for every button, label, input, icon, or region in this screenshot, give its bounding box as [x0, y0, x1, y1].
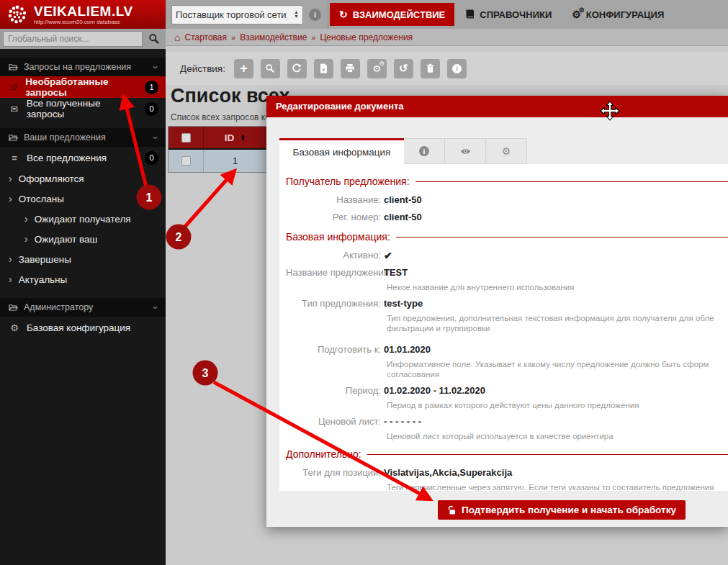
logo-icon — [6, 3, 29, 26]
excel-export-button[interactable]: x — [314, 59, 333, 78]
section-title: Базовая информация: — [286, 231, 390, 243]
chevron-down-icon: › — [150, 306, 161, 309]
search-button[interactable] — [261, 59, 280, 78]
tab-settings[interactable]: ⚙ — [486, 138, 527, 164]
count-badge: 0 — [145, 102, 158, 116]
sidebar-item-sent[interactable]: › Отосланы — [0, 189, 166, 209]
move-cursor-icon — [599, 100, 621, 122]
row-checkbox[interactable] — [181, 156, 191, 166]
field-help: Ценовой лист который используется в каче… — [387, 431, 728, 441]
chevron-right-icon: › — [24, 213, 28, 225]
section-title: Получатель предложения: — [286, 176, 410, 187]
sidebar-item-all-received-requests[interactable]: ✉ Все полученные запросы 0 — [0, 98, 166, 119]
annotation-step-3: 3 — [193, 361, 218, 386]
modal-title: Редактирование документа — [276, 101, 404, 112]
sidebar: VEIKALIEM.LV http://www.ecom20.com datab… — [0, 0, 166, 565]
list-icon: ≡ — [9, 153, 20, 163]
page-subtitle: Список всех запросов ко — [171, 112, 270, 122]
tab-info[interactable]: i — [404, 138, 445, 164]
tab-label: Базовая информация — [293, 147, 391, 158]
sidebar-item-all-offers[interactable]: ≡ Все предложения 0 — [0, 147, 166, 168]
nav-label: СПРАВОЧНИКИ — [480, 9, 552, 20]
field-reg-number: Рег. номер: client-50 — [286, 211, 728, 224]
item-label: Актуальны — [19, 274, 68, 285]
field-position-tags: Теги для позиций: Vislatvijas,Akcia,Supe… — [286, 466, 728, 479]
item-label: Завершены — [19, 254, 71, 265]
unlock-icon — [447, 505, 457, 515]
chevron-right-icon: › — [9, 193, 12, 204]
trash-icon — [426, 63, 435, 73]
sidebar-item-awaiting-recipient[interactable]: › Ожидают получателя — [0, 209, 166, 229]
field-name: Название: client-50 — [286, 194, 728, 207]
search-icon — [265, 63, 275, 73]
field-help: Теги перечисленные через запятую. Если т… — [387, 482, 728, 491]
nav-directories[interactable]: СПРАВОЧНИКИ — [456, 3, 561, 26]
gear-icon: ⚙ — [9, 322, 20, 333]
sidebar-item-drafting[interactable]: › Оформляются — [0, 168, 166, 189]
delete-button[interactable] — [421, 59, 440, 78]
confirm-processing-button[interactable]: Подтвердить получение и начать обработку — [438, 500, 686, 520]
chevron-right-icon: › — [9, 253, 12, 265]
info-button[interactable]: i — [447, 59, 467, 78]
breadcrumb-separator: » — [231, 33, 235, 42]
info-icon[interactable]: i — [309, 9, 321, 21]
modal-tabs: Базовая информация i ⚙ — [279, 138, 527, 164]
gear-icon: ⚙ — [502, 145, 511, 157]
nav-configuration[interactable]: ⚙⚙ КОНФИГУРАЦИЯ — [562, 3, 673, 26]
global-search-input[interactable] — [3, 31, 143, 47]
field-offer-type: Тип предложения: test-type — [286, 297, 728, 310]
row-id-cell: 1 — [204, 150, 267, 172]
count-badge: 1 — [145, 81, 158, 94]
sidebar-group-administrator[interactable]: Администратору › — [0, 298, 166, 317]
sidebar-item-completed[interactable]: › Завершены — [0, 249, 166, 269]
section-title: Дополнительно: — [286, 448, 361, 460]
annotation-step-2: 2 — [166, 225, 192, 250]
envelope-icon: ✉ — [9, 104, 20, 114]
field-offer-name: Название предложения: TEST — [286, 266, 728, 279]
breadcrumb-interaction[interactable]: Взаимодействие — [240, 32, 307, 42]
divider — [328, 0, 328, 29]
tab-basic-information[interactable]: Базовая информация — [279, 138, 404, 164]
chevron-right-icon: › — [24, 233, 28, 245]
annotation-arrow-2 — [184, 171, 235, 228]
gears-icon: ⚙⚙ — [572, 9, 581, 20]
settings-button[interactable]: ⚙⚙ — [367, 59, 387, 78]
refresh-button[interactable] — [287, 59, 307, 78]
sidebar-group-your-offers[interactable]: Ваши предложения › — [0, 128, 166, 147]
brand-subtitle: http://www.ecom20.com database — [34, 19, 133, 25]
logo[interactable]: VEIKALIEM.LV http://www.ecom20.com datab… — [0, 0, 166, 29]
sidebar-item-actual[interactable]: › Актуальны — [0, 269, 166, 289]
excel-file-icon: x — [319, 63, 328, 73]
field-prepare-by: Подготовить к: 01.01.2020 — [286, 343, 728, 356]
home-icon[interactable]: ⌂ — [174, 32, 180, 43]
sidebar-group-requests[interactable]: Запросы на предложения › — [0, 58, 166, 76]
sidebar-item-unprocessed-requests[interactable]: ↺ Необработанные запросы 1 — [0, 76, 166, 98]
info-icon: i — [419, 146, 429, 156]
check-icon: ✔ — [384, 249, 392, 262]
breadcrumb-separator: » — [311, 33, 315, 42]
breadcrumb-home[interactable]: Стартовая — [184, 32, 227, 42]
modal-header[interactable]: Редактирование документа — [266, 96, 728, 117]
nav-label: ВЗАИМОДЕЙСТВИЕ — [353, 9, 446, 20]
sidebar-item-base-configuration[interactable]: ⚙ Базовая конфигурация — [0, 317, 166, 338]
chevron-right-icon: › — [9, 173, 12, 184]
nav-interaction[interactable]: ↻ ВЗАИМОДЕЙСТВИЕ — [330, 3, 454, 26]
sidebar-item-awaiting-yours[interactable]: › Ожидают ваш — [0, 229, 166, 249]
sort-icon: ▲▼ — [240, 134, 246, 141]
print-button[interactable] — [341, 59, 360, 78]
add-button[interactable]: + — [234, 59, 253, 78]
id-column-header[interactable]: ID ▲▼ — [204, 127, 267, 150]
search-icon[interactable] — [145, 30, 163, 48]
history-button[interactable]: ↺ — [394, 59, 413, 78]
sidebar-menu: Запросы на предложения › ↺ Необработанны… — [0, 58, 166, 338]
supplier-select[interactable]: Поставщик торговой сети ▲▼ — [171, 5, 303, 24]
group-label: Ваши предложения — [24, 132, 106, 143]
select-updown-icon: ▲▼ — [294, 10, 299, 19]
select-all-checkbox[interactable] — [181, 133, 191, 143]
id-header-label: ID — [225, 132, 235, 143]
tab-visibility[interactable] — [445, 138, 486, 164]
history-icon: ↺ — [399, 62, 408, 75]
edit-document-modal: Редактирование документа Базовая информа… — [266, 96, 728, 527]
item-label: Оформляются — [19, 173, 84, 184]
brand-title: VEIKALIEM.LV — [34, 4, 133, 19]
